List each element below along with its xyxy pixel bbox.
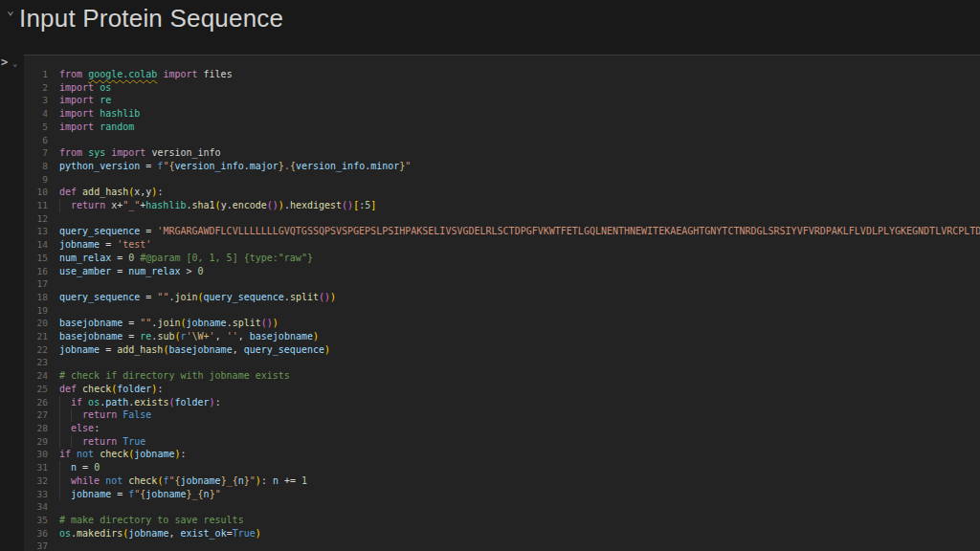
- code-text: basejobname = re.sub(r'\W+', '', basejob…: [59, 330, 319, 343]
- code-text: jobname = add_hash(basejobname, query_se…: [59, 343, 330, 357]
- code-line[interactable]: 36os.makedirs(jobname, exist_ok=True): [24, 527, 980, 540]
- line-number: 7: [24, 146, 48, 160]
- code-line[interactable]: 3import re: [24, 94, 980, 107]
- indent-guide: [71, 435, 82, 449]
- line-number: 6: [24, 134, 48, 147]
- line-number: 24: [24, 369, 48, 383]
- code-text: os.makedirs(jobname, exist_ok=True): [59, 527, 261, 540]
- line-number: 1: [24, 68, 48, 81]
- line-number: 37: [24, 540, 48, 551]
- code-line[interactable]: 30if not check(jobname):: [24, 448, 980, 461]
- code-line[interactable]: 1from google.colab import files: [24, 68, 980, 81]
- line-number: 30: [24, 448, 48, 461]
- line-number: 3: [24, 94, 48, 107]
- code-text: jobname = f"{jobname}_{n}": [59, 488, 221, 501]
- code-text: # check if directory with jobname exists: [59, 369, 290, 383]
- section-collapse-icon[interactable]: ⌄: [3, 3, 18, 18]
- code-text: import os: [59, 81, 111, 95]
- line-number: 12: [24, 212, 48, 226]
- code-line[interactable]: 34: [24, 500, 980, 514]
- code-text: def check(folder):: [59, 383, 163, 396]
- code-line[interactable]: 12: [24, 212, 980, 226]
- line-number: 31: [24, 461, 48, 474]
- line-number: 14: [24, 238, 48, 252]
- line-number: 35: [24, 514, 48, 527]
- code-line[interactable]: 35# make directory to save results: [24, 514, 980, 527]
- code-cell: 1from google.colab import files2import o…: [24, 55, 980, 551]
- code-line[interactable]: 32while not check(f"{jobname}_{n}"): n +…: [24, 474, 980, 488]
- line-number: 34: [24, 500, 48, 514]
- code-line[interactable]: 15num_relax = 0 #@param [0, 1, 5] {type:…: [24, 252, 980, 265]
- code-editor[interactable]: 1from google.colab import files2import o…: [24, 68, 980, 551]
- code-line[interactable]: 7from sys import version_info: [24, 146, 980, 160]
- code-text: from google.colab import files: [59, 68, 233, 81]
- line-number: 9: [24, 173, 48, 187]
- code-line[interactable]: 6: [24, 134, 980, 147]
- code-text: import hashlib: [59, 107, 140, 121]
- code-line[interactable]: 20basejobname = "".join(jobname.split()): [24, 317, 980, 330]
- code-line[interactable]: 17: [24, 277, 980, 291]
- line-number: 33: [24, 488, 48, 501]
- line-number: 4: [24, 107, 48, 121]
- line-number: 15: [24, 252, 48, 265]
- section-header: ⌄ Input Protein Sequence: [0, 0, 980, 55]
- code-text: if os.path.exists(folder):: [59, 396, 221, 409]
- code-text: query_sequence = "".join(query_sequence.…: [59, 291, 336, 304]
- code-text: def add_hash(x,y):: [59, 186, 163, 199]
- code-line[interactable]: 8python_version = f"{version_info.major}…: [24, 160, 980, 173]
- code-line[interactable]: 23: [24, 356, 980, 369]
- code-text: return True: [59, 435, 145, 449]
- indent-guide: [59, 422, 71, 435]
- cell-menu-icon[interactable]: ⌄: [12, 57, 22, 69]
- code-line[interactable]: 31n = 0: [24, 461, 980, 474]
- indent-guide: [59, 435, 71, 449]
- line-number: 13: [24, 225, 48, 238]
- code-text: return False: [59, 408, 151, 422]
- line-number: 17: [24, 277, 48, 291]
- indent-guide: [59, 474, 71, 488]
- code-line[interactable]: 27return False: [24, 408, 980, 422]
- code-line[interactable]: 2import os: [24, 81, 980, 95]
- code-line[interactable]: 37: [24, 540, 980, 551]
- code-line[interactable]: 26if os.path.exists(folder):: [24, 396, 980, 409]
- line-number: 26: [24, 396, 48, 409]
- code-text: from sys import version_info: [59, 146, 221, 160]
- code-text: else:: [59, 422, 100, 435]
- code-line[interactable]: 10def add_hash(x,y):: [24, 186, 980, 199]
- line-number: 23: [24, 356, 48, 369]
- code-text: jobname = 'test': [59, 238, 151, 252]
- line-number: 29: [24, 435, 48, 449]
- line-number: 18: [24, 291, 48, 304]
- code-line[interactable]: 9: [24, 173, 980, 187]
- indent-guide: [59, 408, 71, 422]
- code-line[interactable]: 22jobname = add_hash(basejobname, query_…: [24, 343, 980, 357]
- code-text: import random: [59, 121, 134, 134]
- code-text: return x+"_"+hashlib.sha1(y.encode()).he…: [59, 199, 376, 212]
- line-number: 11: [24, 199, 48, 212]
- line-number: 28: [24, 422, 48, 435]
- line-number: 16: [24, 265, 48, 278]
- code-line[interactable]: 28else:: [24, 422, 980, 435]
- code-line[interactable]: 5import random: [24, 121, 980, 134]
- code-line[interactable]: 18query_sequence = "".join(query_sequenc…: [24, 291, 980, 304]
- code-line[interactable]: 13query_sequence = 'MRGARGAWDFLCVLLLLLLL…: [24, 225, 980, 238]
- code-text: query_sequence = 'MRGARGAWDFLCVLLLLLLLGV…: [59, 225, 980, 238]
- code-line[interactable]: 29return True: [24, 435, 980, 449]
- code-line[interactable]: 25def check(folder):: [24, 383, 980, 396]
- code-line[interactable]: 4import hashlib: [24, 107, 980, 121]
- code-line[interactable]: 24# check if directory with jobname exis…: [24, 369, 980, 383]
- code-line[interactable]: 11return x+"_"+hashlib.sha1(y.encode()).…: [24, 199, 980, 212]
- section-title: Input Protein Sequence: [19, 4, 283, 33]
- code-line[interactable]: 33jobname = f"{jobname}_{n}": [24, 488, 980, 501]
- indent-guide: [59, 488, 71, 501]
- code-text: use_amber = num_relax > 0: [59, 265, 204, 278]
- code-text: num_relax = 0 #@param [0, 1, 5] {type:"r…: [59, 252, 313, 265]
- indent-guide: [71, 408, 82, 422]
- indent-guide: [59, 199, 71, 212]
- code-line[interactable]: 16use_amber = num_relax > 0: [24, 265, 980, 278]
- cell-expand-icon[interactable]: >: [1, 55, 12, 69]
- code-line[interactable]: 21basejobname = re.sub(r'\W+', '', basej…: [24, 330, 980, 343]
- code-line[interactable]: 14jobname = 'test': [24, 238, 980, 252]
- code-line[interactable]: 19: [24, 304, 980, 318]
- line-number: 32: [24, 474, 48, 488]
